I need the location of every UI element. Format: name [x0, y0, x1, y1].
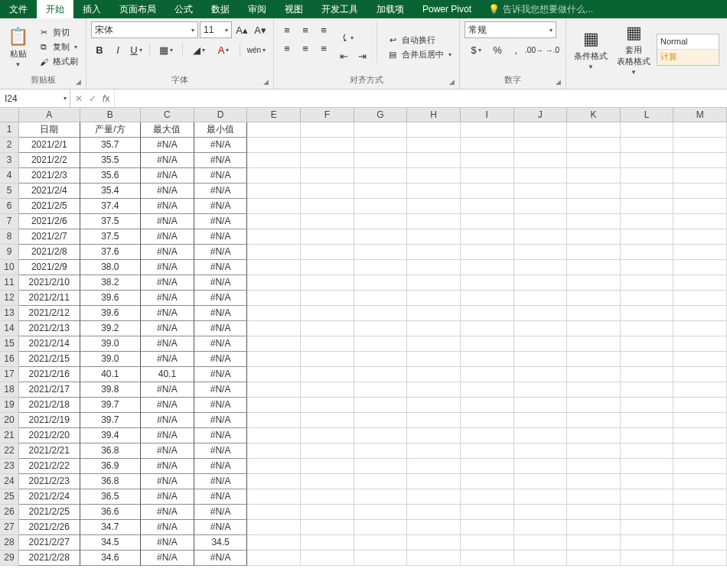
cell[interactable]: 2021/2/14: [19, 336, 80, 352]
merge-center-button[interactable]: ▤合并后居中▾: [383, 48, 455, 61]
cell[interactable]: 2021/2/10: [19, 275, 80, 291]
row-header[interactable]: 11: [0, 275, 19, 291]
formula-input[interactable]: [115, 89, 727, 107]
cell[interactable]: #N/A: [194, 260, 248, 275]
align-right-button[interactable]: ≡: [315, 40, 332, 57]
cell[interactable]: [514, 245, 568, 260]
cell[interactable]: #N/A: [194, 551, 248, 566]
cell[interactable]: 34.6: [80, 551, 142, 566]
cell[interactable]: 2021/2/22: [19, 459, 80, 474]
cell[interactable]: [301, 413, 354, 428]
cell[interactable]: 38.0: [80, 260, 142, 275]
col-header-F[interactable]: F: [301, 108, 354, 122]
tab-home[interactable]: 开始: [37, 0, 73, 18]
cell[interactable]: [567, 168, 621, 184]
cell[interactable]: [567, 535, 621, 551]
cell[interactable]: [514, 199, 568, 214]
cell[interactable]: [567, 382, 621, 398]
cell[interactable]: [461, 138, 514, 153]
align-bottom-button[interactable]: ≡: [315, 21, 332, 38]
cell[interactable]: [301, 199, 354, 214]
cell[interactable]: [567, 398, 621, 413]
cell[interactable]: [673, 428, 727, 443]
cell[interactable]: 2021/2/19: [19, 413, 80, 428]
row-header[interactable]: 19: [0, 398, 19, 413]
cell[interactable]: [354, 489, 408, 505]
cell[interactable]: [354, 336, 408, 352]
cell[interactable]: [247, 214, 301, 229]
cell[interactable]: [247, 413, 301, 428]
cell[interactable]: [247, 184, 301, 199]
cell[interactable]: [354, 535, 408, 551]
cell[interactable]: [673, 520, 727, 535]
cell[interactable]: [514, 275, 568, 291]
cell[interactable]: [247, 199, 301, 214]
cell[interactable]: [621, 336, 674, 352]
cell[interactable]: [407, 260, 461, 275]
fill-color-button[interactable]: ◢▾: [187, 41, 210, 58]
cell[interactable]: [673, 184, 727, 199]
cell[interactable]: [247, 398, 301, 413]
cell[interactable]: [461, 214, 514, 229]
cells-area[interactable]: 日期产量/方最大值最小值2021/2/135.7#N/A#N/A2021/2/2…: [19, 122, 727, 566]
cell[interactable]: 2021/2/4: [19, 184, 80, 199]
cell[interactable]: [407, 199, 461, 214]
cell[interactable]: [407, 367, 461, 382]
col-header-G[interactable]: G: [354, 108, 408, 122]
cell[interactable]: [514, 214, 568, 229]
cell[interactable]: 35.6: [80, 168, 142, 184]
cell[interactable]: [514, 291, 568, 306]
increase-indent-button[interactable]: ⇥: [354, 48, 370, 65]
col-header-A[interactable]: A: [19, 108, 80, 122]
cell[interactable]: [673, 336, 727, 352]
cell[interactable]: #N/A: [194, 459, 248, 474]
cell[interactable]: [514, 413, 568, 428]
cut-button[interactable]: ✂剪切: [34, 26, 81, 39]
cell[interactable]: [514, 489, 568, 505]
cell[interactable]: 39.2: [80, 321, 142, 336]
cell[interactable]: [514, 474, 568, 489]
cell[interactable]: #N/A: [194, 474, 248, 489]
cell[interactable]: #N/A: [194, 168, 248, 184]
cell[interactable]: [354, 505, 408, 520]
cell[interactable]: [567, 459, 621, 474]
tab-view[interactable]: 视图: [275, 0, 312, 18]
cell[interactable]: [301, 153, 354, 168]
cell[interactable]: [247, 489, 301, 505]
cell[interactable]: 34.5: [80, 535, 142, 551]
cell[interactable]: #N/A: [141, 382, 194, 398]
cell[interactable]: 36.8: [80, 443, 142, 459]
italic-button[interactable]: I: [109, 41, 126, 58]
cell[interactable]: [621, 443, 674, 459]
cell[interactable]: [461, 443, 514, 459]
cell[interactable]: [461, 229, 514, 245]
decrease-font-button[interactable]: A▾: [252, 21, 269, 38]
cell[interactable]: [621, 275, 674, 291]
format-as-table-button[interactable]: ▦ 套用 表格格式 ▼: [614, 21, 654, 77]
cell[interactable]: #N/A: [141, 321, 194, 336]
cell[interactable]: 35.7: [80, 138, 142, 153]
cell[interactable]: [514, 184, 568, 199]
row-header[interactable]: 6: [0, 199, 19, 214]
cell[interactable]: 2021/2/6: [19, 214, 80, 229]
cell[interactable]: [461, 306, 514, 321]
cell[interactable]: 34.5: [194, 535, 248, 551]
tell-me-search[interactable]: 💡 告诉我您想要做什么...: [488, 0, 593, 18]
cell[interactable]: [247, 367, 301, 382]
cell[interactable]: [567, 505, 621, 520]
cell[interactable]: [461, 184, 514, 199]
dialog-launcher-icon[interactable]: ◢: [76, 78, 81, 86]
cell[interactable]: #N/A: [141, 245, 194, 260]
cell[interactable]: [407, 382, 461, 398]
cell[interactable]: #N/A: [194, 520, 248, 535]
cell[interactable]: [301, 428, 354, 443]
underline-button[interactable]: U▾: [128, 41, 145, 58]
cell[interactable]: #N/A: [194, 321, 248, 336]
cell[interactable]: [247, 352, 301, 367]
row-header[interactable]: 28: [0, 535, 19, 551]
cell[interactable]: [567, 214, 621, 229]
tab-review[interactable]: 审阅: [239, 0, 275, 18]
cell[interactable]: 39.8: [80, 382, 142, 398]
cell[interactable]: [567, 489, 621, 505]
cell[interactable]: [514, 535, 568, 551]
